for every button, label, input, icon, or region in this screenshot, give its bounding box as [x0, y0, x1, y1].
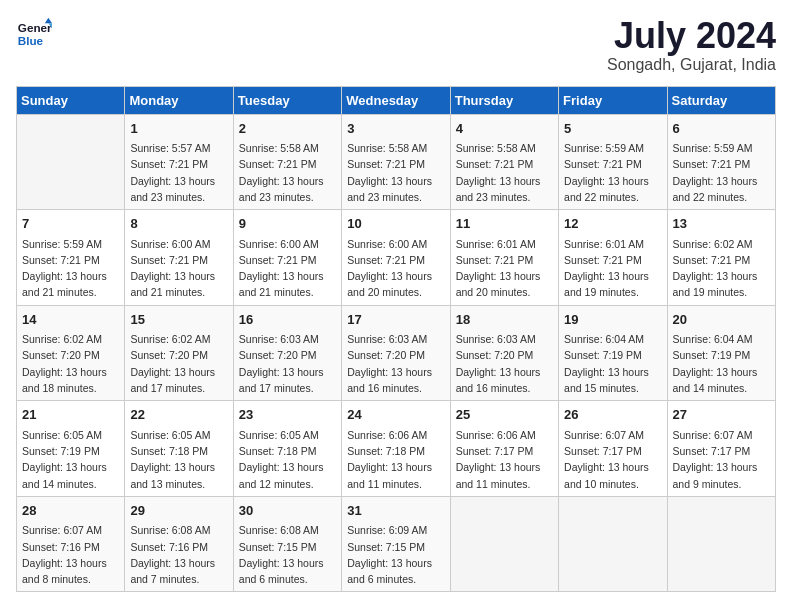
day-info: Sunrise: 6:01 AM Sunset: 7:21 PM Dayligh…	[564, 236, 661, 301]
day-info: Sunrise: 6:06 AM Sunset: 7:17 PM Dayligh…	[456, 427, 553, 492]
day-info: Sunrise: 5:59 AM Sunset: 7:21 PM Dayligh…	[564, 140, 661, 205]
day-number: 7	[22, 214, 119, 234]
day-info: Sunrise: 6:05 AM Sunset: 7:19 PM Dayligh…	[22, 427, 119, 492]
day-info: Sunrise: 6:08 AM Sunset: 7:16 PM Dayligh…	[130, 522, 227, 587]
calendar-cell: 2Sunrise: 5:58 AM Sunset: 7:21 PM Daylig…	[233, 114, 341, 210]
day-info: Sunrise: 5:57 AM Sunset: 7:21 PM Dayligh…	[130, 140, 227, 205]
day-info: Sunrise: 6:07 AM Sunset: 7:17 PM Dayligh…	[564, 427, 661, 492]
calendar-cell: 5Sunrise: 5:59 AM Sunset: 7:21 PM Daylig…	[559, 114, 667, 210]
calendar-cell: 20Sunrise: 6:04 AM Sunset: 7:19 PM Dayli…	[667, 305, 775, 401]
calendar-cell: 29Sunrise: 6:08 AM Sunset: 7:16 PM Dayli…	[125, 496, 233, 592]
day-info: Sunrise: 6:01 AM Sunset: 7:21 PM Dayligh…	[456, 236, 553, 301]
calendar-cell	[450, 496, 558, 592]
calendar-cell: 4Sunrise: 5:58 AM Sunset: 7:21 PM Daylig…	[450, 114, 558, 210]
day-info: Sunrise: 6:06 AM Sunset: 7:18 PM Dayligh…	[347, 427, 444, 492]
calendar-week-2: 7Sunrise: 5:59 AM Sunset: 7:21 PM Daylig…	[17, 210, 776, 306]
calendar-cell: 7Sunrise: 5:59 AM Sunset: 7:21 PM Daylig…	[17, 210, 125, 306]
day-number: 13	[673, 214, 770, 234]
calendar-cell	[559, 496, 667, 592]
day-number: 29	[130, 501, 227, 521]
day-number: 30	[239, 501, 336, 521]
month-year-title: July 2024	[607, 16, 776, 56]
calendar-table: SundayMondayTuesdayWednesdayThursdayFrid…	[16, 86, 776, 593]
day-header-monday: Monday	[125, 86, 233, 114]
logo: General Blue	[16, 16, 52, 52]
day-info: Sunrise: 6:00 AM Sunset: 7:21 PM Dayligh…	[130, 236, 227, 301]
day-number: 19	[564, 310, 661, 330]
day-number: 23	[239, 405, 336, 425]
calendar-cell: 13Sunrise: 6:02 AM Sunset: 7:21 PM Dayli…	[667, 210, 775, 306]
day-info: Sunrise: 6:07 AM Sunset: 7:17 PM Dayligh…	[673, 427, 770, 492]
day-info: Sunrise: 6:02 AM Sunset: 7:20 PM Dayligh…	[22, 331, 119, 396]
day-number: 14	[22, 310, 119, 330]
calendar-cell: 10Sunrise: 6:00 AM Sunset: 7:21 PM Dayli…	[342, 210, 450, 306]
calendar-week-3: 14Sunrise: 6:02 AM Sunset: 7:20 PM Dayli…	[17, 305, 776, 401]
day-info: Sunrise: 6:02 AM Sunset: 7:21 PM Dayligh…	[673, 236, 770, 301]
calendar-cell: 21Sunrise: 6:05 AM Sunset: 7:19 PM Dayli…	[17, 401, 125, 497]
calendar-cell: 15Sunrise: 6:02 AM Sunset: 7:20 PM Dayli…	[125, 305, 233, 401]
day-number: 6	[673, 119, 770, 139]
day-number: 5	[564, 119, 661, 139]
location-subtitle: Songadh, Gujarat, India	[607, 56, 776, 74]
day-number: 2	[239, 119, 336, 139]
day-number: 3	[347, 119, 444, 139]
day-info: Sunrise: 5:58 AM Sunset: 7:21 PM Dayligh…	[347, 140, 444, 205]
day-info: Sunrise: 6:09 AM Sunset: 7:15 PM Dayligh…	[347, 522, 444, 587]
day-number: 31	[347, 501, 444, 521]
calendar-cell: 11Sunrise: 6:01 AM Sunset: 7:21 PM Dayli…	[450, 210, 558, 306]
day-number: 17	[347, 310, 444, 330]
calendar-cell	[667, 496, 775, 592]
calendar-cell: 8Sunrise: 6:00 AM Sunset: 7:21 PM Daylig…	[125, 210, 233, 306]
day-number: 4	[456, 119, 553, 139]
calendar-cell: 9Sunrise: 6:00 AM Sunset: 7:21 PM Daylig…	[233, 210, 341, 306]
day-info: Sunrise: 6:08 AM Sunset: 7:15 PM Dayligh…	[239, 522, 336, 587]
day-info: Sunrise: 6:00 AM Sunset: 7:21 PM Dayligh…	[347, 236, 444, 301]
day-info: Sunrise: 6:05 AM Sunset: 7:18 PM Dayligh…	[239, 427, 336, 492]
calendar-cell: 30Sunrise: 6:08 AM Sunset: 7:15 PM Dayli…	[233, 496, 341, 592]
day-header-thursday: Thursday	[450, 86, 558, 114]
logo-icon: General Blue	[16, 16, 52, 52]
day-number: 20	[673, 310, 770, 330]
day-info: Sunrise: 6:03 AM Sunset: 7:20 PM Dayligh…	[239, 331, 336, 396]
calendar-cell: 25Sunrise: 6:06 AM Sunset: 7:17 PM Dayli…	[450, 401, 558, 497]
day-info: Sunrise: 6:00 AM Sunset: 7:21 PM Dayligh…	[239, 236, 336, 301]
day-number: 11	[456, 214, 553, 234]
day-number: 26	[564, 405, 661, 425]
day-info: Sunrise: 6:04 AM Sunset: 7:19 PM Dayligh…	[673, 331, 770, 396]
page-header: General Blue July 2024 Songadh, Gujarat,…	[16, 16, 776, 74]
day-number: 22	[130, 405, 227, 425]
calendar-header-row: SundayMondayTuesdayWednesdayThursdayFrid…	[17, 86, 776, 114]
calendar-cell: 18Sunrise: 6:03 AM Sunset: 7:20 PM Dayli…	[450, 305, 558, 401]
day-info: Sunrise: 6:05 AM Sunset: 7:18 PM Dayligh…	[130, 427, 227, 492]
day-number: 28	[22, 501, 119, 521]
svg-text:Blue: Blue	[18, 34, 44, 47]
calendar-cell: 23Sunrise: 6:05 AM Sunset: 7:18 PM Dayli…	[233, 401, 341, 497]
day-info: Sunrise: 6:03 AM Sunset: 7:20 PM Dayligh…	[347, 331, 444, 396]
day-number: 18	[456, 310, 553, 330]
day-number: 8	[130, 214, 227, 234]
calendar-week-5: 28Sunrise: 6:07 AM Sunset: 7:16 PM Dayli…	[17, 496, 776, 592]
calendar-cell	[17, 114, 125, 210]
day-header-tuesday: Tuesday	[233, 86, 341, 114]
day-info: Sunrise: 6:04 AM Sunset: 7:19 PM Dayligh…	[564, 331, 661, 396]
day-number: 10	[347, 214, 444, 234]
calendar-cell: 19Sunrise: 6:04 AM Sunset: 7:19 PM Dayli…	[559, 305, 667, 401]
day-header-friday: Friday	[559, 86, 667, 114]
day-number: 25	[456, 405, 553, 425]
calendar-cell: 17Sunrise: 6:03 AM Sunset: 7:20 PM Dayli…	[342, 305, 450, 401]
day-info: Sunrise: 6:07 AM Sunset: 7:16 PM Dayligh…	[22, 522, 119, 587]
day-number: 12	[564, 214, 661, 234]
day-number: 16	[239, 310, 336, 330]
calendar-week-4: 21Sunrise: 6:05 AM Sunset: 7:19 PM Dayli…	[17, 401, 776, 497]
calendar-cell: 14Sunrise: 6:02 AM Sunset: 7:20 PM Dayli…	[17, 305, 125, 401]
calendar-cell: 28Sunrise: 6:07 AM Sunset: 7:16 PM Dayli…	[17, 496, 125, 592]
calendar-cell: 6Sunrise: 5:59 AM Sunset: 7:21 PM Daylig…	[667, 114, 775, 210]
day-info: Sunrise: 5:59 AM Sunset: 7:21 PM Dayligh…	[22, 236, 119, 301]
day-number: 27	[673, 405, 770, 425]
day-number: 15	[130, 310, 227, 330]
calendar-cell: 16Sunrise: 6:03 AM Sunset: 7:20 PM Dayli…	[233, 305, 341, 401]
calendar-cell: 1Sunrise: 5:57 AM Sunset: 7:21 PM Daylig…	[125, 114, 233, 210]
day-number: 1	[130, 119, 227, 139]
day-number: 21	[22, 405, 119, 425]
calendar-cell: 22Sunrise: 6:05 AM Sunset: 7:18 PM Dayli…	[125, 401, 233, 497]
